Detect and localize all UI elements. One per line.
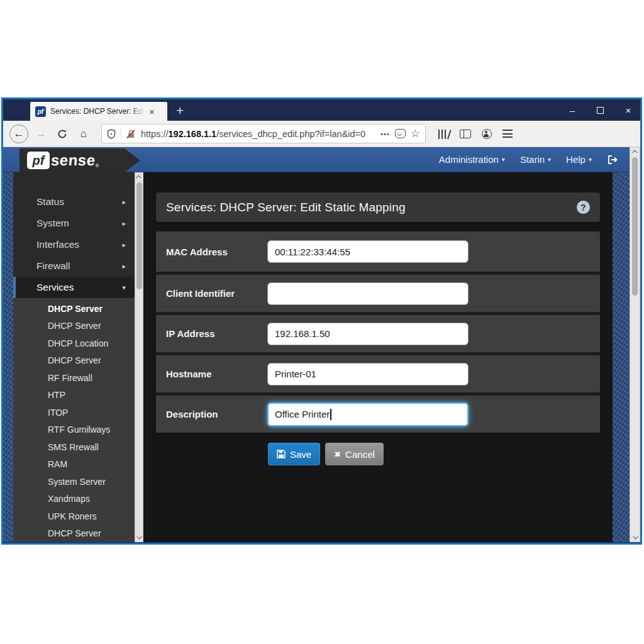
submenu-item[interactable]: DHCP Server	[13, 318, 135, 335]
main-content: Services: DHCP Server: Edit Static Mappi…	[143, 172, 613, 542]
submenu-item[interactable]: SMS Rrewall	[13, 438, 135, 456]
form-row-description: Description Office Printer	[156, 392, 600, 433]
client-identifier-label: Client Identifier	[166, 288, 267, 299]
chevron-right-icon: ▸	[122, 262, 126, 270]
chevron-right-icon: ▸	[122, 241, 126, 249]
submenu-item[interactable]: RTF Gumilways	[13, 421, 135, 439]
menu-icon[interactable]	[502, 130, 513, 138]
logo-registered-mark: ®	[96, 163, 99, 169]
page-title: Services: DHCP Server: Edit Static Mappi…	[166, 201, 406, 214]
submenu-item[interactable]: HTP	[13, 387, 135, 404]
client-identifier-field[interactable]	[267, 282, 469, 305]
page-title-panel: Services: DHCP Server: Edit Static Mappi…	[156, 192, 600, 222]
scrollbar-thumb[interactable]	[632, 157, 638, 296]
scroll-up-icon[interactable]	[135, 172, 143, 182]
pfsense-logo[interactable]: pf sense ®	[19, 148, 140, 172]
forward-button[interactable]: →	[32, 125, 50, 143]
scroll-down-icon[interactable]	[630, 532, 640, 542]
browser-toolbar: ← → ⌂ https://192.168.1.1/services_dhcp_…	[3, 121, 640, 147]
url-bar[interactable]: https://192.168.1.1/services_dhcp_edit.p…	[101, 124, 426, 143]
insecure-lock-icon[interactable]	[126, 129, 136, 139]
ip-address-label: IP Address	[166, 328, 267, 339]
submenu-item[interactable]: DHCP Server	[13, 525, 135, 543]
scroll-up-icon[interactable]	[630, 147, 640, 157]
form-row-mac: MAC Address	[156, 231, 600, 272]
floppy-icon	[277, 450, 286, 458]
url-host: 192.168.1.1	[169, 129, 217, 139]
sidebar-item-firewall[interactable]: Firewall▸	[13, 255, 135, 277]
form-row-hostname: Hostname	[156, 352, 600, 392]
browser-titlebar: pf Services: DHCP Server: Edit S × + – ×	[3, 99, 640, 121]
library-icon[interactable]	[438, 129, 449, 139]
chevron-down-icon: ▾	[589, 156, 592, 163]
logout-icon[interactable]	[607, 155, 618, 165]
hostname-field[interactable]	[267, 363, 469, 386]
pocket-icon[interactable]	[395, 129, 406, 138]
submenu-item[interactable]: DHCP Server	[13, 300, 135, 318]
url-text[interactable]: https://192.168.1.1/services_dhcp_edit.p…	[141, 129, 375, 139]
back-button[interactable]: ←	[9, 125, 28, 143]
background-texture-right	[613, 172, 630, 542]
home-button[interactable]: ⌂	[75, 125, 92, 143]
form-row-client-identifier: Client Identifier	[156, 272, 600, 312]
sidebar: Status▸ System▸ Interfaces▸ Firewall▸ Se…	[13, 172, 135, 542]
tab-close-icon[interactable]: ×	[149, 107, 155, 116]
x-icon: ✖	[334, 450, 341, 459]
submenu-item[interactable]: Xandmaps	[13, 491, 135, 508]
bookmark-star-icon[interactable]: ☆	[411, 127, 420, 140]
pfsense-favicon: pf	[35, 106, 46, 117]
submenu-item[interactable]: DHCP Location	[13, 335, 135, 352]
background-texture-left	[3, 172, 13, 542]
account-icon[interactable]	[482, 129, 492, 139]
sidebar-item-services[interactable]: Services▾	[13, 277, 135, 298]
pfsense-header: pf sense ® Administration ▾ Starin ▾ Hel…	[3, 147, 630, 172]
nav-starin[interactable]: Starin ▾	[520, 154, 551, 165]
static-mapping-form: MAC Address Client Identifier IP Address	[156, 231, 600, 433]
reload-button[interactable]	[53, 125, 71, 143]
sidebars-icon[interactable]	[460, 130, 471, 138]
description-field[interactable]: Office Printer	[267, 402, 469, 426]
description-value: Office Printer	[275, 409, 330, 419]
services-submenu: DHCP Server DHCP Server DHCP Location DH…	[13, 298, 135, 542]
minimize-button[interactable]: –	[567, 105, 578, 116]
page-actions-icon[interactable]: •••	[380, 130, 390, 138]
mac-address-label: MAC Address	[166, 247, 267, 257]
browser-tab[interactable]: pf Services: DHCP Server: Edit S ×	[30, 102, 167, 121]
submenu-item[interactable]: RAM	[13, 456, 135, 474]
sidebar-item-status[interactable]: Status▸	[13, 191, 135, 213]
submenu-item[interactable]: DHCP Server	[13, 352, 135, 370]
top-navigation: Administration ▾ Starin ▾ Help ▾	[439, 154, 630, 165]
text-cursor	[330, 409, 331, 420]
url-path: /services_dhcp_edit.php?if=lan&id=0	[216, 129, 365, 139]
submenu-item[interactable]: System Server	[13, 473, 135, 491]
save-button[interactable]: Save	[268, 443, 320, 465]
submenu-item[interactable]: RF Firewall	[13, 369, 135, 387]
sidebar-scrollbar[interactable]	[135, 172, 143, 542]
nav-administration[interactable]: Administration ▾	[439, 154, 505, 165]
submenu-item[interactable]: ITOP	[13, 404, 135, 421]
description-label: Description	[166, 409, 267, 419]
browser-window: pf Services: DHCP Server: Edit S × + – ×…	[1, 97, 642, 545]
maximize-button[interactable]	[597, 107, 604, 114]
tab-title: Services: DHCP Server: Edit S	[50, 107, 145, 116]
hostname-label: Hostname	[166, 369, 267, 379]
url-separator	[121, 128, 121, 140]
form-row-ip: IP Address	[156, 312, 600, 352]
shield-icon[interactable]	[107, 129, 116, 139]
sidebar-item-system[interactable]: System▸	[13, 213, 135, 234]
new-tab-button[interactable]: +	[176, 103, 184, 121]
ip-address-field[interactable]	[267, 323, 469, 345]
sidebar-item-interfaces[interactable]: Interfaces▸	[13, 234, 135, 255]
nav-help[interactable]: Help ▾	[566, 154, 592, 165]
submenu-item[interactable]: UPK Roners	[13, 508, 135, 525]
help-icon[interactable]: ?	[577, 201, 590, 214]
chevron-down-icon: ▾	[502, 156, 505, 163]
logo-pf-box: pf	[27, 152, 50, 169]
close-window-button[interactable]: ×	[623, 105, 634, 116]
cancel-button[interactable]: ✖ Cancel	[325, 443, 384, 465]
scroll-down-icon[interactable]	[135, 532, 143, 542]
mac-address-field[interactable]	[267, 240, 469, 263]
toolbar-right-icons	[438, 129, 513, 139]
scrollbar-thumb[interactable]	[136, 182, 142, 289]
page-scrollbar[interactable]	[630, 147, 640, 542]
